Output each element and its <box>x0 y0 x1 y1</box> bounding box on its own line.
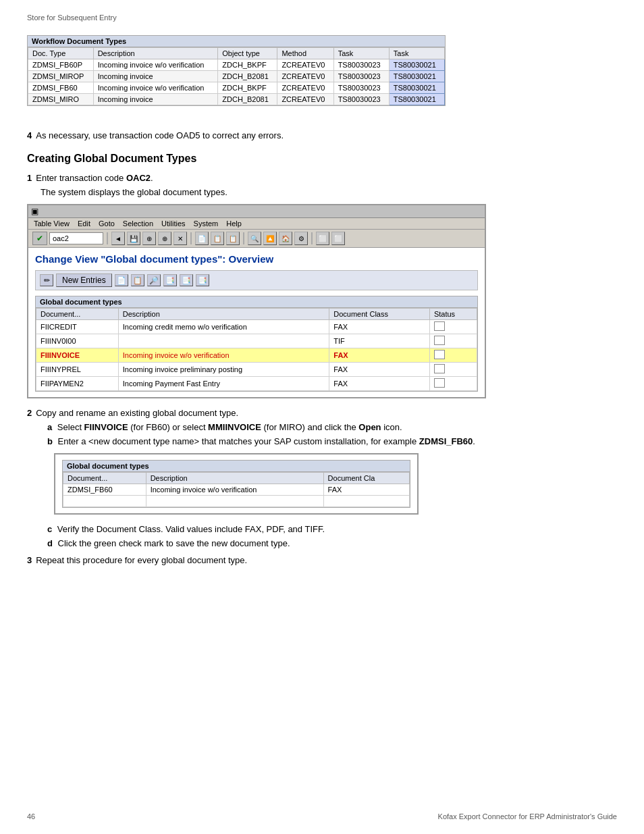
sub-step-a-text2: (for FB60) or select <box>128 422 208 432</box>
btn3[interactable]: ✕ <box>173 232 187 245</box>
sub-step-a-bold3: Open <box>358 422 381 432</box>
footer-title: Kofax Export Connector for ERP Administr… <box>438 812 617 820</box>
sub-step-d-label: d <box>47 538 53 548</box>
btn6[interactable]: 📋 <box>226 232 240 245</box>
step3-number: 3 <box>27 555 32 565</box>
inner-col-header: Status <box>429 309 477 320</box>
menu-tableview[interactable]: Table View <box>34 219 70 228</box>
status-cell <box>429 377 477 391</box>
status-checkbox[interactable] <box>434 378 445 388</box>
workflow-table-container: Workflow Document Types Doc. TypeDescrip… <box>27 35 446 106</box>
step2-text: Copy and rename an existing global docum… <box>36 408 238 418</box>
btn12[interactable]: ⬜ <box>331 232 345 245</box>
class-cell: FAX <box>329 348 430 363</box>
new-entries-button[interactable]: New Entries <box>56 273 112 287</box>
sub-step-b-label: b <box>47 436 53 446</box>
small-inner-table-title: Global document types <box>63 461 410 472</box>
sub-step-c-text: Verify the Document Class. Valid values … <box>57 524 325 534</box>
btn7[interactable]: 🔍 <box>248 232 261 245</box>
toolbar-sep2 <box>190 232 192 244</box>
status-checkbox[interactable] <box>434 364 445 373</box>
sub-step-d: d Click the green check mark to save the… <box>47 538 617 548</box>
step4-text: As necessary, use transaction code OAD5 … <box>36 130 284 140</box>
breadcrumb: Store for Subsequent Entry <box>27 14 617 22</box>
table-cell: Incoming invoice w/o verification <box>93 82 218 94</box>
sub-step-a: a Select FIINVOICE (for FB60) or select … <box>47 422 617 432</box>
status-checkbox[interactable] <box>434 350 445 359</box>
table-row: ZDMSI_MIROIncoming invoiceZDCH_B2081ZCRE… <box>28 94 445 105</box>
step4-number: 4 <box>27 130 32 140</box>
class-cell: TIF <box>329 334 430 348</box>
sub-step-c-label: c <box>47 524 52 534</box>
menu-selection[interactable]: Selection <box>123 219 153 228</box>
menu-utilities[interactable]: Utilities <box>161 219 185 228</box>
menu-help[interactable]: Help <box>226 219 242 228</box>
toolbar-separator <box>107 232 108 244</box>
global-doc-types-table: Global document types Document...Descrip… <box>35 296 478 392</box>
btn5[interactable]: 📋 <box>211 232 224 245</box>
section-heading: Creating Global Document Types <box>27 153 617 165</box>
transaction-input[interactable] <box>49 232 103 244</box>
sap-action-bar: ✏ New Entries 📄 📋 🔎 📑 📑 📑 <box>35 270 478 290</box>
table-row: FIICREDITIncoming credit memo w/o verifi… <box>36 320 477 334</box>
btn2[interactable]: ⊕ <box>158 232 171 245</box>
sap-titlebar-icon: ▣ <box>31 207 38 216</box>
copy-btn[interactable]: 📄 <box>115 274 128 286</box>
save-btn[interactable]: 💾 <box>127 232 140 245</box>
status-checkbox[interactable] <box>434 336 445 345</box>
edit-icon-btn[interactable]: ✏ <box>40 274 53 286</box>
sub-step-a-label: a <box>47 422 52 432</box>
table-row: ZDMSI_FB60PIncoming invoice w/o verifica… <box>28 59 445 71</box>
table-cell: ZCREATEV0 <box>277 71 333 82</box>
sap-toolbar: ✔ ◄ 💾 ⊕ ⊕ ✕ 📄 📋 📋 🔍 🔼 🏠 ⚙ ⬜ ⬜ <box>28 230 485 248</box>
table-cell: Incoming invoice <box>93 71 218 82</box>
table-cell: ZDCH_BKPF <box>218 59 277 71</box>
step2-line: 2Copy and rename an existing global docu… <box>27 408 617 418</box>
step1-number: 1 <box>27 173 32 183</box>
btn10[interactable]: ⚙ <box>294 232 308 245</box>
nav-back-btn[interactable]: ◄ <box>111 232 125 245</box>
small-col-header: Document Cla <box>323 473 409 484</box>
inner-table: Document...DescriptionDocument ClassStat… <box>36 308 477 391</box>
action-icon3[interactable]: 🔎 <box>147 274 161 286</box>
menu-system[interactable]: System <box>194 219 219 228</box>
action-icon6[interactable]: 📑 <box>196 274 209 286</box>
toolbar-sep4 <box>311 232 313 244</box>
status-cell <box>429 363 477 377</box>
step1-desc: The system displays the global document … <box>41 187 617 197</box>
action-icon5[interactable]: 📑 <box>180 274 193 286</box>
doc-cell: FIICREDIT <box>36 320 119 334</box>
table-cell: TS80030023 <box>333 71 389 82</box>
table-row: FIIINVOICEIncoming invoice w/o verificat… <box>36 348 477 363</box>
check-button[interactable]: ✔ <box>32 232 47 245</box>
desc-cell: Incoming Payment Fast Entry <box>118 377 329 391</box>
btn9[interactable]: 🏠 <box>279 232 292 245</box>
small-inner-table: Document...DescriptionDocument Cla ZDMSI… <box>63 472 410 507</box>
btn11[interactable]: ⬜ <box>316 232 329 245</box>
step4-block: 4As necessary, use transaction code OAD5… <box>27 130 617 140</box>
table-cell: ZCREATEV0 <box>277 94 333 105</box>
step1-text: Enter transaction code <box>36 173 126 183</box>
btn1[interactable]: ⊕ <box>142 232 156 245</box>
table-cell: ZDMSI_FB60 <box>28 82 94 94</box>
btn8[interactable]: 🔼 <box>263 232 277 245</box>
desc-cell: Incoming invoice w/o verification <box>118 348 329 363</box>
table-row: FIIINV0I00TIF <box>36 334 477 348</box>
doc-cell: FIIINYPREL <box>36 363 119 377</box>
small-col-header: Document... <box>63 473 146 484</box>
wf-col-header: Object type <box>218 48 277 59</box>
toolbar-sep3 <box>243 232 244 244</box>
sub-step-a-text1: Select <box>57 422 84 432</box>
desc-cell <box>118 334 329 348</box>
table-row: FIIINYPRELIncoming invoice preliminary p… <box>36 363 477 377</box>
btn4[interactable]: 📄 <box>195 232 209 245</box>
menu-goto[interactable]: Goto <box>99 219 115 228</box>
action-icon4[interactable]: 📑 <box>163 274 177 286</box>
desc-cell: Incoming invoice preliminary posting <box>118 363 329 377</box>
status-checkbox[interactable] <box>434 321 445 331</box>
copy2-btn[interactable]: 📋 <box>131 274 144 286</box>
status-cell <box>429 334 477 348</box>
menu-edit[interactable]: Edit <box>78 219 90 228</box>
small-table-cell: Incoming invoice w/o verification <box>146 484 323 496</box>
sub-step-a-text3: (for MIRO) and click the <box>261 422 358 432</box>
